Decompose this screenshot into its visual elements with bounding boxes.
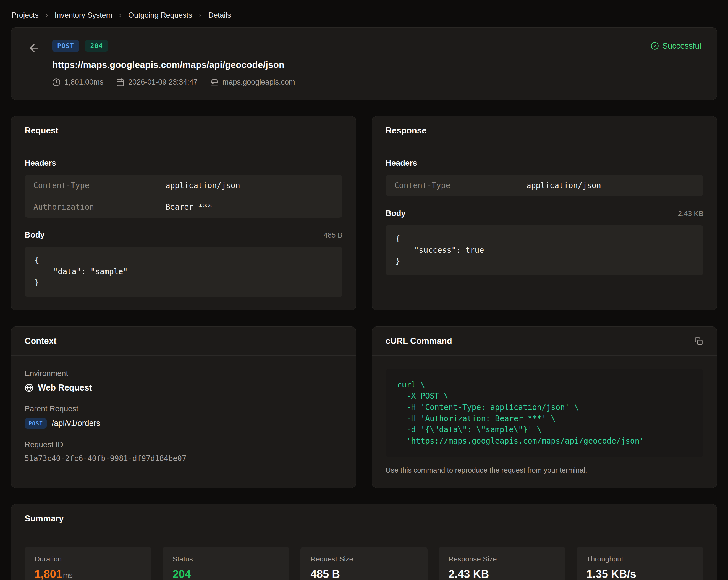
stat-label: Throughput [587,555,694,563]
header-main: POST 204 Successful https://maps.googlea… [52,40,701,86]
environment-text: Web Request [38,383,92,393]
status-indicator: Successful [651,42,701,51]
request-card: Request Headers Content-Type application… [11,116,356,310]
host-value: maps.googleapis.com [223,78,295,86]
context-card-title: Context [11,327,356,356]
stat-duration: Duration 1,801ms [25,547,152,580]
context-card-body: Environment Web Request Parent Request P… [11,356,356,476]
parent-method-badge: POST [25,418,47,429]
breadcrumb: Projects Inventory System Outgoing Reque… [11,11,717,20]
header-key: Content-Type [33,181,165,190]
check-circle-icon [651,42,659,50]
stat-value: 204 [173,568,280,580]
request-body-head: Body 485 B [25,230,342,240]
parent-request-group: Parent Request POST /api/v1/orders [25,404,342,429]
curl-title-text: cURL Command [386,336,452,346]
duration-meta: 1,801.00ms [52,78,103,86]
stats-row: Duration 1,801ms Status 204 Request Size… [25,547,703,580]
breadcrumb-item-outgoing-requests[interactable]: Outgoing Requests [128,11,192,20]
response-card: Response Headers Content-Type applicatio… [372,116,717,310]
copy-curl-button[interactable] [694,336,703,346]
summary-title-text: Summary [25,514,63,524]
header-row: Content-Type application/json [25,175,342,196]
chevron-right-icon [197,12,203,19]
curl-note: Use this command to reproduce the reques… [386,466,703,474]
context-title-text: Context [25,336,56,346]
back-button[interactable] [27,40,41,56]
duration-value: 1,801.00ms [64,78,103,86]
context-curl-row: Context Environment Web Request Parent R… [11,327,717,488]
request-headers-label: Headers [25,159,342,168]
stat-value: 1.35 KB/s [587,568,694,580]
timestamp-meta: 2026-01-09 23:34:47 [116,78,198,86]
response-headers-table: Content-Type application/json [386,175,703,196]
chevron-right-icon [44,12,50,19]
parent-request-path: /api/v1/orders [52,419,100,428]
header-key: Content-Type [394,181,526,190]
host-meta: maps.googleapis.com [210,78,295,86]
response-body-size: 2.43 KB [678,209,703,218]
header-row: Authorization Bearer *** [25,196,342,218]
breadcrumb-item-projects[interactable]: Projects [11,11,39,20]
response-headers-label: Headers [386,159,703,168]
header-row: Content-Type application/json [386,175,703,196]
request-id-label: Request ID [25,440,342,449]
request-headers-table: Content-Type application/json Authorizat… [25,175,342,218]
stat-value: 2.43 KB [448,568,555,580]
response-body-head: Body 2.43 KB [386,209,703,218]
breadcrumb-item-inventory-system[interactable]: Inventory System [55,11,112,20]
chevron-right-icon [117,12,123,19]
request-response-row: Request Headers Content-Type application… [11,116,717,310]
status-code-badge: 204 [85,40,108,52]
response-title-text: Response [386,126,426,136]
clock-icon [52,78,60,86]
header-value: application/json [526,181,695,190]
arrow-left-icon [28,42,40,54]
summary-card-title: Summary [11,504,717,533]
header-value: Bearer *** [165,202,334,212]
header-key: Authorization [33,202,165,212]
stat-value: 1,801ms [34,568,141,580]
stat-request-size: Request Size 485 B [301,547,427,580]
environment-value: Web Request [25,383,342,393]
duration-number: 1,801 [34,568,62,580]
globe-icon [25,383,33,392]
request-body-label: Body [25,230,45,240]
request-card-title: Request [11,116,356,145]
stat-response-size: Response Size 2.43 KB [439,547,566,580]
stat-status: Status 204 [162,547,289,580]
request-card-body: Headers Content-Type application/json Au… [11,145,356,310]
calendar-icon [116,78,124,86]
summary-card: Summary Duration 1,801ms Status 204 Requ… [11,504,717,580]
stat-label: Response Size [448,555,555,563]
header-value: application/json [165,181,334,190]
request-url: https://maps.googleapis.com/maps/api/geo… [52,60,701,70]
curl-card-body: curl \ -X POST \ -H 'Content-Type: appli… [372,356,717,488]
response-body-label: Body [386,209,406,218]
summary-card-body: Duration 1,801ms Status 204 Request Size… [11,533,717,580]
parent-request-label: Parent Request [25,404,342,413]
status-text: Successful [662,42,701,51]
stat-label: Request Size [310,555,417,563]
environment-group: Environment Web Request [25,369,342,393]
response-body-content: { "success": true } [386,225,703,275]
environment-label: Environment [25,369,342,378]
badge-row: POST 204 Successful [52,40,701,52]
request-body-content: { "data": "sample" } [25,247,342,297]
curl-card-title: cURL Command [372,327,717,356]
stat-throughput: Throughput 1.35 KB/s [576,547,703,580]
request-details-header: POST 204 Successful https://maps.googlea… [11,27,717,100]
stat-value: 485 B [310,568,417,580]
copy-icon [695,337,703,345]
method-badge: POST [52,40,79,52]
meta-row: 1,801.00ms 2026-01-09 23:34:47 maps.goog… [52,78,701,86]
context-card: Context Environment Web Request Parent R… [11,327,356,488]
stat-label: Duration [34,555,141,563]
request-title-text: Request [25,126,58,136]
server-icon [210,78,218,86]
timestamp-value: 2026-01-09 23:34:47 [128,78,198,86]
request-id-group: Request ID 51a73c40-2fc6-40fb-9981-df97d… [25,440,342,463]
parent-request-link[interactable]: POST /api/v1/orders [25,418,342,429]
curl-card: cURL Command curl \ -X POST \ -H 'Conten… [372,327,717,488]
duration-unit: ms [63,571,73,579]
